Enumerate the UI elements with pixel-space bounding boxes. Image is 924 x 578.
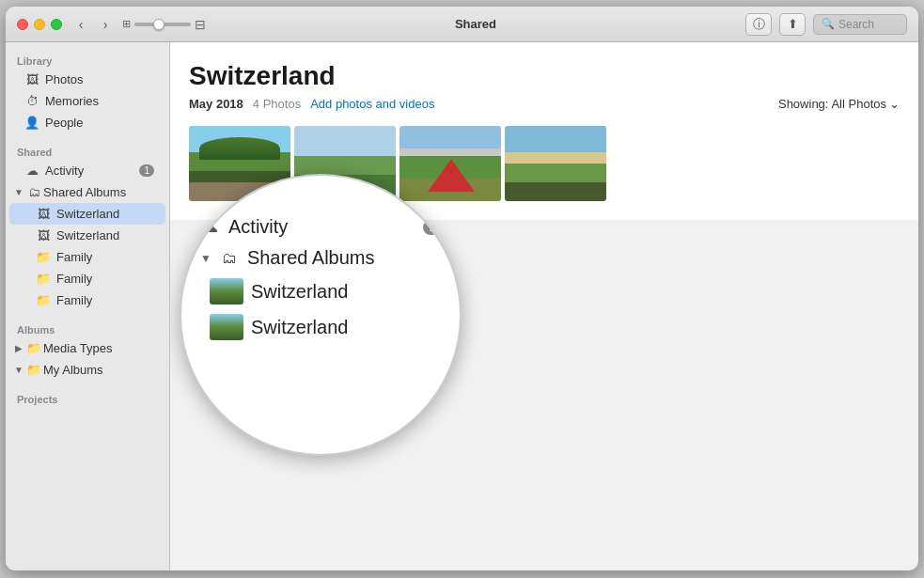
- media-types-icon: 📁: [26, 341, 41, 355]
- mag-activity-icon: ☁: [200, 218, 221, 236]
- shared-albums-group[interactable]: ▼ 🗂 Shared Albums: [9, 181, 165, 203]
- showing-control[interactable]: Showing: All Photos ⌄: [778, 97, 900, 111]
- sidebar-item-family1[interactable]: 📁 Family: [9, 246, 165, 268]
- search-icon: 🔍: [822, 18, 835, 30]
- family1-folder-icon: 📁: [36, 250, 51, 264]
- album-date: May 2018: [189, 97, 243, 111]
- mag-sub-label-2: Switzerland: [251, 317, 348, 338]
- mag-sub-label-1: Switzerland: [251, 281, 348, 303]
- photo-3[interactable]: [399, 126, 501, 201]
- photos-icon: 🖼: [24, 72, 39, 86]
- activity-icon: ☁: [24, 164, 39, 178]
- photo-4[interactable]: [505, 126, 606, 201]
- sidebar-item-photos[interactable]: 🖼 Photos: [9, 69, 165, 90]
- switzerland1-label: Switzerland: [56, 207, 119, 221]
- showing-chevron-icon: ⌄: [889, 97, 900, 111]
- library-section-label: Library: [6, 50, 169, 69]
- zoom-slider-area: ⊞ ⊟: [122, 17, 206, 32]
- mag-shared-albums-label: Shared Albums: [247, 247, 375, 269]
- share-button[interactable]: ⬆: [779, 13, 806, 36]
- people-label: People: [45, 116, 83, 130]
- family3-label: Family: [56, 293, 92, 307]
- info-button[interactable]: ⓘ: [745, 13, 772, 36]
- grid-small-icon: ⊞: [122, 18, 131, 30]
- sidebar-item-switzerland2[interactable]: 🖼 Switzerland: [9, 225, 165, 246]
- media-types-group[interactable]: ▶ 📁 Media Types: [9, 337, 165, 359]
- activity-label: Activity: [45, 164, 84, 178]
- mag-sub-thumb-2: [210, 314, 243, 340]
- mag-shared-albums-icon: 🗂: [219, 250, 240, 267]
- forward-button[interactable]: ›: [94, 15, 117, 34]
- mag-disclosure-icon: ▼: [200, 252, 211, 265]
- people-icon: 👤: [24, 116, 39, 130]
- add-photos-link[interactable]: Add photos and videos: [310, 97, 434, 111]
- my-albums-disclosure: ▼: [13, 365, 24, 375]
- mag-shared-albums-item[interactable]: ▼ 🗂 Shared Albums: [200, 242, 441, 273]
- back-button[interactable]: ‹: [70, 15, 92, 34]
- info-icon: ⓘ: [753, 16, 765, 33]
- album-count: 4 Photos: [253, 97, 301, 111]
- main-content: Library 🖼 Photos ⏱ Memories 👤 People Sha…: [6, 42, 918, 570]
- album-title: Switzerland: [189, 61, 900, 91]
- family2-folder-icon: 📁: [36, 272, 51, 286]
- family3-folder-icon: 📁: [36, 293, 51, 307]
- memories-icon: ⏱: [24, 94, 39, 108]
- sidebar-item-family2[interactable]: 📁 Family: [9, 268, 165, 289]
- activity-badge: 1: [139, 164, 154, 177]
- close-button[interactable]: [17, 19, 28, 30]
- mag-activity-item[interactable]: ☁ Activity 1: [200, 211, 441, 242]
- switzerland2-label: Switzerland: [56, 228, 119, 242]
- grid-large-icon: ⊟: [195, 17, 206, 32]
- album-meta: May 2018 4 Photos Add photos and videos …: [189, 97, 900, 111]
- shared-albums-folder-icon: 🗂: [26, 185, 41, 199]
- share-icon: ⬆: [788, 17, 798, 31]
- nav-buttons: ‹ ›: [70, 15, 117, 34]
- mag-sub-item-2[interactable]: Switzerland: [200, 309, 441, 345]
- sidebar-item-family3[interactable]: 📁 Family: [9, 289, 165, 311]
- sidebar-item-memories[interactable]: ⏱ Memories: [9, 90, 165, 112]
- search-text[interactable]: Search: [838, 18, 874, 31]
- titlebar-actions: ⓘ ⬆ 🔍 Search: [745, 13, 907, 36]
- sidebar-item-people[interactable]: 👤 People: [9, 112, 165, 133]
- mag-sub-item-1[interactable]: Switzerland: [200, 273, 441, 309]
- mag-sub-thumb-1: [210, 278, 243, 305]
- sidebar: Library 🖼 Photos ⏱ Memories 👤 People Sha…: [6, 42, 170, 570]
- search-box[interactable]: 🔍 Search: [813, 14, 907, 35]
- content-area-wrapper: Switzerland May 2018 4 Photos Add photos…: [170, 42, 918, 570]
- traffic-lights: [17, 19, 62, 30]
- family2-label: Family: [56, 272, 92, 286]
- maximize-button[interactable]: [51, 19, 62, 30]
- sidebar-item-switzerland1[interactable]: 🖼 Switzerland: [9, 203, 165, 225]
- disclosure-icon: ▼: [13, 187, 24, 197]
- my-albums-label: My Albums: [43, 363, 103, 377]
- projects-section-label: Projects: [6, 388, 169, 407]
- zoom-slider[interactable]: [134, 23, 191, 26]
- media-types-label: Media Types: [43, 341, 112, 355]
- memories-label: Memories: [45, 94, 99, 108]
- titlebar: ‹ › ⊞ ⊟ Shared ⓘ ⬆ 🔍 Search: [6, 7, 918, 42]
- sidebar-item-activity[interactable]: ☁ Activity 1: [9, 160, 165, 181]
- media-types-disclosure: ▶: [13, 343, 24, 353]
- app-window: ‹ › ⊞ ⊟ Shared ⓘ ⬆ 🔍 Search L: [6, 7, 918, 570]
- my-albums-icon: 📁: [26, 363, 41, 377]
- family1-label: Family: [56, 250, 92, 264]
- mag-activity-badge: 1: [423, 220, 441, 235]
- showing-value: All Photos: [831, 97, 886, 111]
- album-thumb-1: 🖼: [36, 207, 51, 221]
- shared-section-label: Shared: [6, 141, 169, 160]
- albums-section-label: Albums: [6, 319, 169, 337]
- my-albums-group[interactable]: ▼ 📁 My Albums: [9, 359, 165, 381]
- showing-prefix: Showing:: [778, 97, 828, 111]
- window-title: Shared: [206, 17, 745, 31]
- minimize-button[interactable]: [34, 19, 45, 30]
- album-thumb-2: 🖼: [36, 228, 51, 242]
- mag-activity-label: Activity: [228, 216, 288, 238]
- magnify-overlay: hared ☁ Activity 1 ▼ 🗂 Shared Albums Swi…: [180, 174, 462, 456]
- shared-albums-label: Shared Albums: [43, 185, 126, 199]
- photos-label: Photos: [45, 72, 83, 86]
- slider-thumb[interactable]: [153, 19, 164, 30]
